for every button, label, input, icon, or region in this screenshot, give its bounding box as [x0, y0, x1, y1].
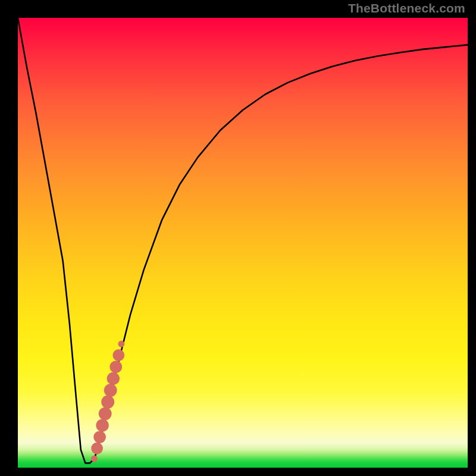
curve-layer — [18, 18, 468, 468]
highlight-marker — [101, 396, 114, 409]
chart-frame: TheBottleneck.com — [0, 0, 476, 476]
highlight-marker — [109, 361, 122, 373]
highlight-marker — [96, 419, 108, 431]
highlight-marker — [112, 349, 124, 361]
highlight-markers — [91, 341, 124, 462]
highlight-marker — [93, 431, 106, 443]
watermark-text: TheBottleneck.com — [348, 1, 465, 15]
highlight-marker — [118, 341, 124, 347]
highlight-marker — [104, 384, 117, 397]
plot-area — [18, 18, 468, 468]
bottleneck-curve — [18, 18, 468, 463]
highlight-marker — [107, 372, 120, 385]
highlight-marker — [91, 455, 98, 462]
highlight-marker — [91, 443, 103, 455]
highlight-marker — [99, 407, 112, 420]
